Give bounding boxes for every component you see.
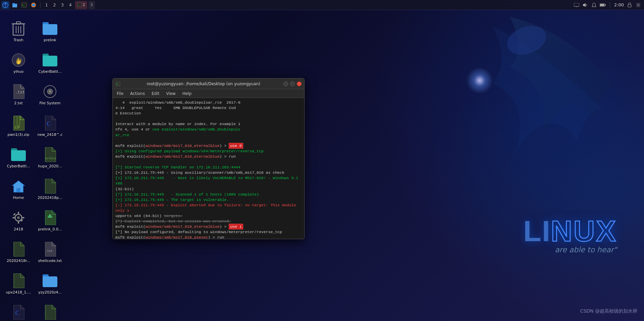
term-upports: upports x64 (64-bit) targets-	[115, 213, 302, 219]
desktop-icon-pwn1zip[interactable]: ZIP pwn1(3).zip	[3, 111, 34, 141]
terminal-taskbar-icon[interactable]: >_	[20, 1, 28, 9]
svg-rect-42	[12, 217, 15, 218]
taskbar-num-1[interactable]: 1	[43, 3, 50, 7]
menu-view[interactable]: View	[165, 91, 177, 97]
svg-point-9	[32, 4, 35, 6]
svg-rect-41	[18, 221, 19, 224]
file-manager-taskbar-icon[interactable]	[11, 1, 19, 9]
desktop-icon-cyberbattle2[interactable]: CyberBattl...	[3, 142, 34, 172]
2txt-icon: .txt	[10, 84, 26, 100]
svg-rect-17	[600, 4, 604, 6]
svg-point-39	[17, 216, 20, 219]
term-using-aux: [+] 172.16.211.75:445 - Using auxiliary/…	[115, 170, 302, 175]
menu-file[interactable]: File	[115, 91, 125, 97]
terminal-maximize-button[interactable]	[290, 82, 295, 86]
20202418r-icon-label: 20202418r...	[7, 259, 30, 263]
20202418p-icon-label: 20202418p...	[38, 196, 62, 200]
desktop-icon-new24181c[interactable]: C new_2418_1.c	[3, 300, 34, 321]
desktop-icon-filesystem[interactable]: File System	[35, 79, 65, 109]
active-app-terminal[interactable]: >_ 2	[75, 1, 87, 9]
desktop-icon-yihuo[interactable]: yihuo	[3, 48, 34, 78]
term-using-payload: [+] Using configured payload windows/x64…	[115, 149, 302, 154]
svg-rect-37	[16, 188, 20, 192]
desktop-icon-hupx2020[interactable]: archive hupx_2020...	[35, 142, 65, 172]
terminal-close-button[interactable]	[297, 82, 302, 86]
display-icon[interactable]	[574, 2, 580, 8]
kali-dragon-logo	[376, 0, 644, 218]
svg-text:>_: >_	[78, 4, 80, 6]
battery-icon[interactable]	[600, 2, 606, 8]
terminal-controls	[283, 82, 302, 86]
new2418c-icon-label: new_2418^.c	[38, 132, 63, 137]
20202418r-icon	[10, 241, 26, 257]
desktop-icon-prelink00[interactable]: prelink_0.0...	[35, 205, 65, 235]
filesystem-icon	[42, 84, 58, 100]
terminal-content-area[interactable]: 4 exploit/windows/smb/smb_doublepulsar_r…	[113, 98, 304, 239]
menu-edit[interactable]: Edit	[150, 91, 161, 97]
clock-display: 2:00	[614, 2, 624, 7]
svg-text:C: C	[47, 120, 51, 127]
2txt-icon-label: 2.txt	[14, 101, 23, 105]
desktop-icon-upx2418[interactable]: upx2418_1....	[3, 268, 34, 299]
svg-text:>_: >_	[22, 4, 25, 7]
kali-li-text: LI	[523, 214, 551, 248]
terminal-minimize-button[interactable]	[283, 82, 288, 86]
svg-text:.txt: .txt	[45, 249, 53, 253]
svg-rect-19	[628, 5, 631, 7]
lock-icon[interactable]	[627, 2, 633, 8]
20202418p-icon	[42, 178, 58, 194]
kali-menu-icon[interactable]	[1, 1, 9, 9]
svg-text:ZIP: ZIP	[14, 126, 20, 129]
shellcode-icon-label: shellcode.txt	[38, 259, 62, 263]
taskbar-num-4[interactable]: 4	[67, 3, 74, 7]
settings-icon[interactable]	[635, 2, 641, 8]
prelink00-icon-label: prelink_0.0...	[38, 227, 62, 231]
taskbar-left: >_ 1 2 3 4 >_ 2 3	[0, 1, 95, 9]
pwn1zip-icon-label: pwn1(3).zip	[8, 132, 30, 137]
taskbar-num-3[interactable]: 3	[59, 3, 66, 7]
firefox-taskbar-icon[interactable]	[30, 1, 38, 9]
desktop-icon-20202418p[interactable]: 20202418p...	[35, 174, 65, 204]
desktop-icon-yzy202024[interactable]: yzy2020z4...	[35, 268, 65, 299]
desktop-icon-2txt[interactable]: .txt 2.txt	[3, 79, 34, 109]
prelink-icon-label: prelink	[44, 38, 56, 42]
desktop-icon-20202418r[interactable]: 20202418r...	[3, 237, 34, 267]
desktop-icon-new2418c[interactable]: C new_2418^.c	[35, 111, 65, 141]
term-prompt-psexec-run: msf6 exploit(windows/smb/ms17_010_psexec…	[115, 235, 302, 239]
term-line-5: nfo 4, use 4 or use exploit/windows/smb/…	[115, 127, 302, 132]
menu-actions[interactable]: Actions	[129, 91, 146, 97]
active-app-2-label: 2	[83, 3, 85, 7]
trash-icon-label: Trash	[13, 38, 23, 42]
active-app-3[interactable]: 3	[89, 1, 95, 9]
taskbar-num-2[interactable]: 2	[51, 3, 58, 7]
term-line-4: Interact with a module by name or index.…	[115, 121, 302, 127]
term-line-6: ar_rce	[115, 132, 302, 138]
desktop-icon-trash[interactable]: Trash	[3, 16, 34, 46]
volume-icon[interactable]	[582, 2, 588, 8]
svg-text:archive: archive	[45, 157, 56, 160]
pwn1zip-icon: ZIP	[10, 115, 26, 131]
terminal-titlebar: >_ root@yuzongyuan: /home/kali/Desktop (…	[113, 78, 304, 89]
upx2418-icon-label: upx2418_1....	[6, 290, 31, 295]
desktop-icon-home[interactable]: Home	[3, 174, 34, 204]
desktop-icon-2418[interactable]: 2418	[3, 205, 34, 235]
desktop-icon-prelink[interactable]: prelink	[35, 16, 65, 46]
taskbar: >_ 1 2 3 4 >_ 2 3	[0, 0, 644, 10]
svg-rect-4	[12, 4, 17, 7]
menu-help[interactable]: Help	[181, 91, 193, 97]
hupx2020-icon-label: hupx_2020...	[38, 164, 62, 168]
desktop-icon-upx20202[interactable]: upx20202...	[35, 300, 65, 321]
notification-icon[interactable]	[591, 2, 597, 8]
term-exploit-completed: [*] Exploit completed, but no session wa…	[115, 219, 302, 224]
csdn-watermark: CSDN @超高校级的划水师	[580, 308, 637, 314]
taskbar-right: 2:00	[574, 2, 644, 8]
kali-nux-text: NUX	[551, 214, 617, 248]
terminal-title-text: root@yuzongyuan: /home/kali/Desktop (on …	[123, 82, 283, 86]
desktop-icon-cyberbattle1[interactable]: CyberBattl...	[35, 48, 65, 78]
term-no-payload: [*] No payload configured, defaulting to…	[115, 229, 302, 235]
desktop-icon-shellcode[interactable]: .txt shellcode.txt	[35, 237, 65, 267]
svg-rect-18	[605, 4, 606, 6]
term-target-vuln: [+] 172.16.211.75:445 - The target is vu…	[115, 197, 302, 203]
svg-text:C: C	[15, 310, 19, 316]
term-started-handler: [*] Started reverse TCP handler on 172.1…	[115, 165, 302, 170]
